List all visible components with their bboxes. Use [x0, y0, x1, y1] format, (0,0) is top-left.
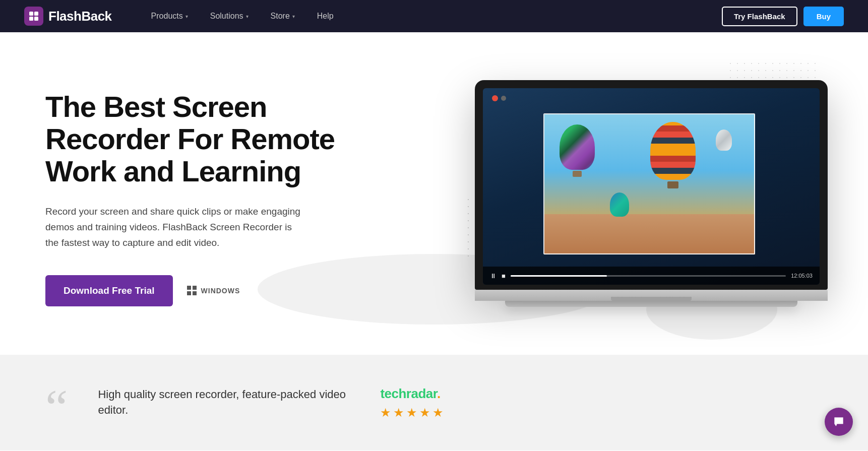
hero-content: The Best Screen Recorder For Remote Work… — [45, 91, 338, 306]
nav-store[interactable]: Store ▾ — [262, 8, 304, 25]
selection-rectangle — [543, 113, 755, 254]
video-player-background: ⏸ ■ 12:05:03 — [483, 88, 820, 285]
laptop-screen-inner: ⏸ ■ 12:05:03 — [483, 88, 820, 285]
chat-button[interactable] — [825, 408, 853, 436]
laptop: ⏸ ■ 12:05:03 — [475, 80, 828, 307]
laptop-base — [475, 290, 828, 301]
star-5: ★ — [432, 406, 444, 420]
testimonial-section: “ High quality screen recorder, feature-… — [0, 355, 868, 450]
svg-point-6 — [840, 420, 842, 422]
nav-help[interactable]: Help — [308, 8, 343, 25]
chevron-down-icon: ▾ — [246, 14, 249, 19]
laptop-screen-outer: ⏸ ■ 12:05:03 — [475, 80, 828, 290]
laptop-mockup: ⏸ ■ 12:05:03 — [475, 80, 848, 307]
laptop-foot — [505, 301, 797, 307]
svg-point-5 — [838, 420, 840, 422]
logo-link[interactable]: FlashBack — [24, 7, 112, 26]
progress-bar[interactable] — [511, 275, 786, 277]
testimonial-text: High quality screen recorder, feature-pa… — [98, 387, 350, 418]
download-free-trial-button[interactable]: Download Free Trial — [45, 275, 173, 306]
time-display: 12:05:03 — [791, 273, 813, 279]
windows-platform-badge: WINDOWS — [187, 286, 240, 296]
chevron-down-icon: ▾ — [185, 14, 188, 19]
logo-icon — [24, 7, 43, 26]
nav-links: Products ▾ Solutions ▾ Store ▾ Help — [142, 8, 722, 25]
nav-products[interactable]: Products ▾ — [142, 8, 197, 25]
quote-mark: “ — [45, 390, 68, 425]
play-pause-icon[interactable]: ⏸ — [490, 272, 497, 280]
nav-actions: Try FlashBack Buy — [722, 7, 844, 26]
rec-dot-red — [492, 95, 498, 101]
player-controls: ⏸ ■ 12:05:03 — [483, 267, 820, 285]
navbar: FlashBack Products ▾ Solutions ▾ Store ▾… — [0, 0, 868, 32]
windows-icon — [187, 286, 197, 296]
star-4: ★ — [419, 406, 430, 420]
logo-text: FlashBack — [48, 9, 112, 24]
techradar-logo: techradar. — [380, 386, 444, 402]
rec-dot-gray — [501, 96, 506, 101]
svg-rect-2 — [29, 17, 33, 21]
hero-title: The Best Screen Recorder For Remote Work… — [45, 91, 338, 187]
stop-icon[interactable]: ■ — [502, 272, 506, 280]
svg-point-4 — [836, 420, 837, 422]
svg-rect-3 — [34, 17, 38, 21]
progress-fill — [511, 275, 607, 277]
svg-rect-0 — [29, 12, 33, 16]
hero-visual: ⏸ ■ 12:05:03 — [475, 80, 848, 307]
hero-description: Record your screen and share quick clips… — [45, 204, 307, 251]
hero-cta: Download Free Trial WINDOWS — [45, 275, 338, 306]
svg-rect-1 — [34, 12, 38, 16]
recording-indicator — [492, 95, 506, 101]
techradar-branding: techradar. ★ ★ ★ ★ ★ — [380, 386, 444, 420]
chevron-down-icon: ▾ — [292, 14, 295, 19]
star-3: ★ — [406, 406, 417, 420]
star-rating: ★ ★ ★ ★ ★ — [380, 406, 444, 420]
buy-button[interactable]: Buy — [803, 7, 844, 26]
nav-solutions[interactable]: Solutions ▾ — [201, 8, 258, 25]
hero-section: The Best Screen Recorder For Remote Work… — [0, 32, 868, 355]
star-2: ★ — [393, 406, 404, 420]
star-1: ★ — [380, 406, 391, 420]
try-flashback-button[interactable]: Try FlashBack — [722, 7, 797, 26]
